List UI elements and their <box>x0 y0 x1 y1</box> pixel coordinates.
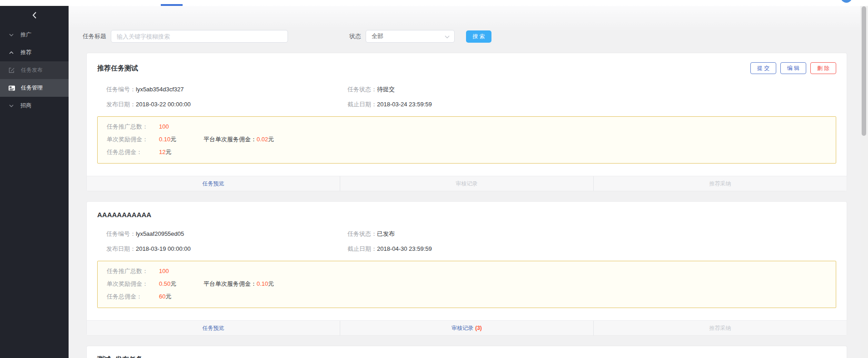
app-root: 推广 推荐 任务发布 任务管理 <box>0 0 868 358</box>
field-value: 0.10元 <box>159 135 203 144</box>
fee-row-reward: 单次奖励佣金：0.50元平台单次服务佣金：0.10元 <box>107 280 836 288</box>
field-task-status: 任务状态：待提交 <box>347 85 589 94</box>
chevron-up-icon <box>9 51 14 54</box>
field-label: 单次奖励佣金： <box>107 280 159 288</box>
card-footer-tabs: 任务预览 审核记录(3) 推荐采纳 <box>87 320 847 335</box>
fee-row-total: 任务总佣金：12元 <box>107 148 836 156</box>
tab-review-log[interactable]: 审核记录(3) <box>340 321 593 335</box>
field-value: 60 <box>159 293 165 300</box>
task-title-label: 任务标题 <box>83 32 106 40</box>
card-header: AAAAAAAAAAA <box>87 202 847 219</box>
commission-box: 任务推广总数：100 单次奖励佣金：0.10元平台单次服务佣金：0.02元 任务… <box>97 116 836 164</box>
search-button[interactable]: 搜 索 <box>466 30 491 43</box>
field-value: 2018-04-30 23:59:59 <box>377 245 432 252</box>
sidebar-item-promotion[interactable]: 推广 <box>0 26 69 44</box>
review-count-badge: (3) <box>475 325 482 331</box>
sidebar-item-label: 推荐 <box>20 49 31 56</box>
field-value: 已发布 <box>377 230 395 237</box>
field-label: 任务推广总数： <box>107 267 159 275</box>
field-label: 任务编号： <box>106 230 136 237</box>
edit-icon <box>9 67 15 73</box>
commission-box: 任务推广总数：100 单次奖励佣金：0.50元平台单次服务佣金：0.10元 任务… <box>97 261 836 308</box>
field-task-id: 任务编号：lyx5aaf20955ed05 <box>106 230 347 238</box>
task-card-title: 推荐任务测试 <box>97 64 138 73</box>
task-card-list: 推荐任务测试 提 交 编 辑 删 除 任务编号：lyx5ab354d3cf327… <box>86 53 847 358</box>
sidebar-item-label: 招商 <box>20 102 31 109</box>
sidebar-item-task-manage[interactable]: 任务管理 <box>0 79 69 97</box>
field-label: 平台单次服务佣金： <box>203 135 257 144</box>
submit-button[interactable]: 提 交 <box>750 62 776 74</box>
scrollbar-track[interactable] <box>860 6 868 358</box>
fee-row-total: 任务总佣金：60元 <box>107 293 836 301</box>
field-label: 发布日期： <box>106 101 136 108</box>
field-value: lyx5aaf20955ed05 <box>136 230 184 237</box>
field-value: 0.02 <box>257 136 268 143</box>
field-value: 2018-03-22 00:00:00 <box>136 101 191 108</box>
field-label: 任务推广总数： <box>107 123 159 131</box>
sidebar: 推广 推荐 任务发布 任务管理 <box>0 6 69 358</box>
field-value: 100 <box>159 268 169 274</box>
field-label: 发布日期： <box>106 245 136 252</box>
field-label: 任务总佣金： <box>107 148 159 156</box>
chevron-down-icon <box>9 34 14 36</box>
card-actions: 提 交 编 辑 删 除 <box>746 62 836 74</box>
unit-label: 元 <box>268 280 274 288</box>
list-icon <box>9 85 15 91</box>
field-label: 任务状态： <box>347 86 377 93</box>
task-fields: 任务编号：lyx5ab354d3cf327 任务状态：待提交 发布日期：2018… <box>87 74 847 109</box>
chevron-down-icon <box>445 33 450 40</box>
sidebar-item-label: 任务发布 <box>21 66 43 74</box>
sidebar-nav: 推广 推荐 任务发布 任务管理 <box>0 26 69 114</box>
task-card-title: AAAAAAAAAAA <box>97 211 151 219</box>
task-title-input[interactable] <box>111 30 288 43</box>
sidebar-item-task-publish[interactable]: 任务发布 <box>0 61 69 79</box>
tab-task-preview[interactable]: 任务预览 <box>87 321 340 335</box>
sidebar-item-investment[interactable]: 招商 <box>0 97 69 114</box>
field-task-id: 任务编号：lyx5ab354d3cf327 <box>106 85 347 94</box>
task-card: 推荐任务测试 提 交 编 辑 删 除 任务编号：lyx5ab354d3cf327… <box>86 53 847 191</box>
task-card-title: 测试--发布任务 <box>97 355 143 358</box>
sidebar-collapse-button[interactable] <box>0 6 69 26</box>
delete-button[interactable]: 删 除 <box>810 62 836 74</box>
fee-row-promo-total: 任务推广总数：100 <box>107 123 836 131</box>
field-label: 截止日期： <box>347 101 377 108</box>
tab-review-log[interactable]: 审核记录 <box>340 176 593 191</box>
chevron-down-icon <box>9 104 14 107</box>
field-publish-date: 发布日期：2018-03-19 00:00:00 <box>106 245 347 253</box>
active-tab-indicator <box>161 4 183 6</box>
unit-label: 元 <box>268 135 274 144</box>
status-label: 状态 <box>349 32 361 40</box>
fee-row-reward: 单次奖励佣金：0.10元平台单次服务佣金：0.02元 <box>107 135 836 144</box>
chevron-left-icon <box>32 12 36 20</box>
filter-bar: 任务标题 状态 全部 搜 索 <box>83 30 491 43</box>
status-select[interactable]: 全部 <box>366 30 455 43</box>
tab-recommend-adopt[interactable]: 推荐采纳 <box>593 176 847 191</box>
tab-recommend-adopt[interactable]: 推荐采纳 <box>593 321 847 335</box>
user-avatar[interactable] <box>841 0 852 3</box>
tab-task-preview[interactable]: 任务预览 <box>87 176 340 191</box>
field-value: 0.50元 <box>159 280 203 288</box>
sidebar-item-recommend[interactable]: 推荐 <box>0 44 69 61</box>
field-value: lyx5ab354d3cf327 <box>136 86 184 93</box>
edit-button[interactable]: 编 辑 <box>780 62 806 74</box>
field-label: 任务状态： <box>347 230 377 237</box>
tab-label: 审核记录 <box>451 325 473 331</box>
field-value: 2018-03-24 23:59:59 <box>377 101 432 108</box>
field-label: 截止日期： <box>347 245 377 252</box>
field-label: 平台单次服务佣金： <box>203 280 257 288</box>
field-deadline: 截止日期：2018-04-30 23:59:59 <box>347 245 589 253</box>
unit-label: 元 <box>165 293 171 301</box>
field-value: 12 <box>159 149 165 155</box>
sidebar-item-label: 推广 <box>20 31 31 39</box>
scrollbar-thumb[interactable] <box>862 6 866 136</box>
fee-row-promo-total: 任务推广总数：100 <box>107 267 836 275</box>
card-footer-tabs: 任务预览 审核记录 推荐采纳 <box>87 176 847 191</box>
field-value: 0.10 <box>257 280 268 287</box>
field-label: 单次奖励佣金： <box>107 135 159 144</box>
field-task-status: 任务状态：已发布 <box>347 230 589 238</box>
main-content: 任务标题 状态 全部 搜 索 推荐任务测试 提 交 编 辑 删 除 <box>69 6 868 358</box>
top-navbar <box>0 0 868 6</box>
field-value: 待提交 <box>377 86 395 93</box>
task-card: 测试--发布任务 <box>86 346 847 358</box>
field-label: 任务总佣金： <box>107 293 159 301</box>
